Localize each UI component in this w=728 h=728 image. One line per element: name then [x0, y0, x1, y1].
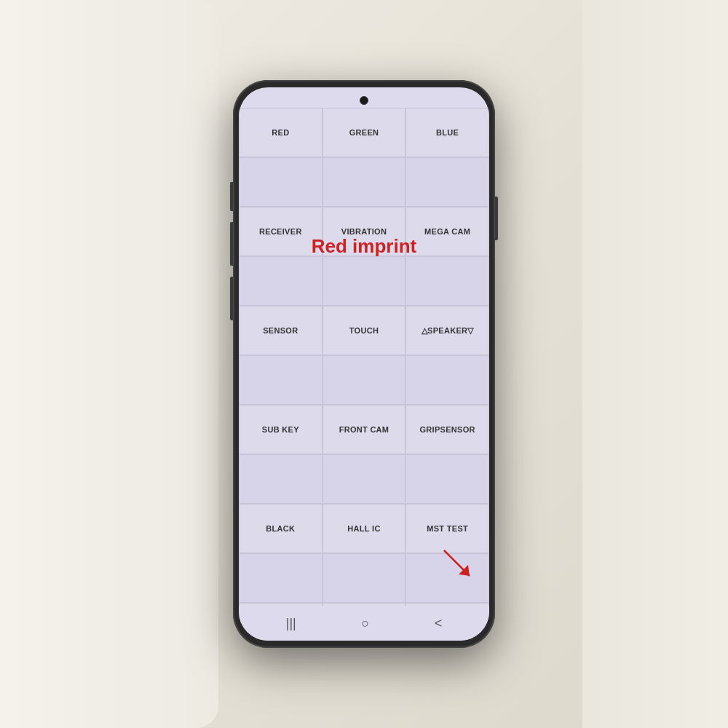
- grid-cell-receiver[interactable]: RECEIVER: [239, 207, 323, 256]
- camera-area: [239, 87, 489, 108]
- grid-cell-loopback[interactable]: LOOPBACK: [323, 603, 406, 606]
- grid-cell-vibration[interactable]: VIBRATION: [323, 207, 406, 256]
- test-grid: REDGREENBLUERECEIVERVIBRATIONMEGA CAMSEN…: [239, 108, 489, 606]
- phone-screen: Red imprint REDGREENBLUERECEIVERVIBRATIO…: [239, 87, 489, 641]
- grid-cell-mlc[interactable]: MLC: [239, 603, 323, 606]
- grid-cell-empty-10: [323, 256, 406, 306]
- grid-cell-empty-22: [323, 454, 406, 504]
- grid-cell-△speaker▽[interactable]: △SPEAKER▽: [405, 306, 489, 355]
- grid-cell-empty-3: [239, 157, 323, 207]
- grid-cell-empty-29: [405, 553, 489, 603]
- grid-cell-black[interactable]: BLACK: [239, 504, 323, 553]
- grid-cell-empty-4: [323, 157, 406, 207]
- background-right: [582, 0, 728, 728]
- grid-cell-empty-23: [405, 454, 489, 504]
- bixby-button: [230, 277, 233, 320]
- scene: Red imprint REDGREENBLUERECEIVERVIBRATIO…: [0, 0, 728, 728]
- grid-cell-empty-28: [323, 553, 406, 603]
- grid-cell-sub-key[interactable]: SUB KEY: [239, 405, 323, 454]
- grid-cell-gripsensor[interactable]: GRIPSENSOR: [405, 405, 489, 454]
- grid-cell-sensor[interactable]: SENSOR: [239, 306, 323, 355]
- volume-down-button: [230, 222, 233, 266]
- grid-content: Red imprint REDGREENBLUERECEIVERVIBRATIO…: [239, 108, 489, 606]
- grid-cell-red[interactable]: RED: [239, 108, 323, 157]
- grid-cell-empty-15: [239, 355, 323, 405]
- background-left: [0, 0, 218, 728]
- phone-device: Red imprint REDGREENBLUERECEIVERVIBRATIO…: [233, 80, 495, 648]
- grid-cell-mega-cam[interactable]: MEGA CAM: [405, 207, 489, 256]
- grid-cell-touch[interactable]: TOUCH: [323, 306, 406, 355]
- navigation-bar: ||| ○ <: [239, 606, 489, 641]
- grid-cell-empty-16: [323, 355, 406, 405]
- grid-cell-empty-9: [239, 256, 323, 306]
- grid-cell-empty-27: [239, 553, 323, 603]
- grid-cell-blue[interactable]: BLUE: [405, 108, 489, 157]
- grid-cell-empty-21: [239, 454, 323, 504]
- power-button: [495, 197, 498, 240]
- recent-apps-icon[interactable]: |||: [286, 616, 296, 631]
- grid-cell-empty-11: [405, 256, 489, 306]
- back-icon[interactable]: <: [435, 616, 443, 631]
- grid-cell-front-cam[interactable]: FRONT CAM: [323, 405, 406, 454]
- grid-cell-green[interactable]: GREEN: [323, 108, 406, 157]
- grid-cell-hall-ic[interactable]: HALL IC: [323, 504, 406, 553]
- grid-cell-mst-test[interactable]: MST TEST: [405, 504, 489, 553]
- grid-cell-empty-17: [405, 355, 489, 405]
- home-icon[interactable]: ○: [361, 616, 369, 631]
- grid-cell-empty-5: [405, 157, 489, 207]
- volume-up-button: [230, 182, 233, 211]
- grid-cell-version[interactable]: VERSION: [405, 603, 489, 606]
- front-camera: [360, 96, 368, 105]
